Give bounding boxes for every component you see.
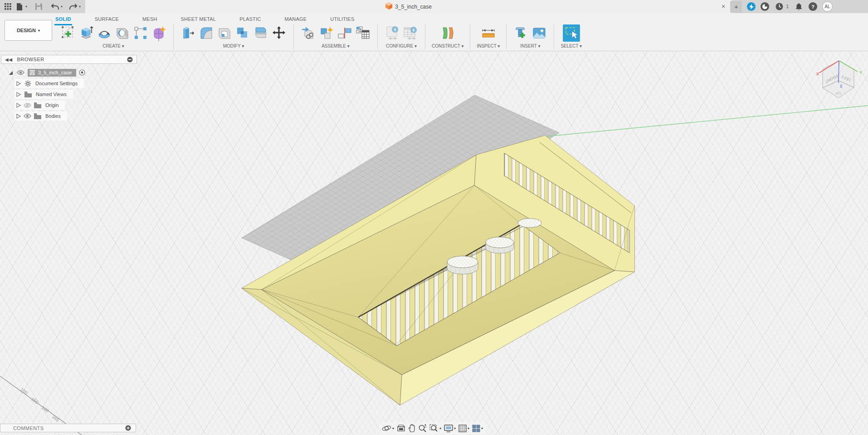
insert-derive-icon[interactable] xyxy=(300,25,317,41)
pan-button[interactable] xyxy=(408,424,415,432)
zoom-button[interactable] xyxy=(418,424,427,432)
grid-settings-caret[interactable]: ▾ xyxy=(468,426,469,430)
grid-settings-button[interactable]: ▾ xyxy=(458,425,469,432)
offset-plane-icon[interactable] xyxy=(439,25,456,41)
expand-arrow-icon[interactable] xyxy=(16,81,21,86)
divider xyxy=(506,24,507,49)
tree-item-label: Origin xyxy=(45,102,59,108)
split-body-icon[interactable] xyxy=(253,25,269,41)
rectangular-pattern-icon[interactable] xyxy=(132,25,149,41)
folder-icon xyxy=(24,92,32,97)
workspace-caret: ▾ xyxy=(38,29,40,33)
svg-text:TOP: TOP xyxy=(835,92,842,95)
tree-root-row[interactable]: 3_5_inch_case xyxy=(1,68,137,77)
extensions-icon[interactable] xyxy=(747,2,756,11)
avatar[interactable]: AL xyxy=(822,1,833,12)
tree-item-bodies[interactable]: Bodies xyxy=(1,111,137,121)
root-component-chip[interactable]: 3_5_inch_case xyxy=(28,69,76,77)
viewports-caret[interactable]: ▾ xyxy=(481,426,483,430)
select-icon[interactable] xyxy=(562,24,580,42)
history-clock-icon[interactable] xyxy=(774,2,784,12)
divider xyxy=(554,24,554,49)
expand-arrow-icon[interactable] xyxy=(16,114,21,119)
comments-label: COMMENTS xyxy=(13,425,44,431)
undo-icon[interactable] xyxy=(50,2,60,12)
file-menu-caret[interactable]: ▾ xyxy=(25,5,27,9)
fillet-icon[interactable] xyxy=(198,25,215,41)
configuration-table-icon[interactable] xyxy=(402,25,419,41)
configuration-icon[interactable] xyxy=(384,25,400,41)
hide-all-icon[interactable] xyxy=(127,57,133,63)
look-at-button[interactable] xyxy=(397,425,405,432)
notifications-bell-icon[interactable] xyxy=(794,2,804,12)
redo-icon[interactable] xyxy=(68,2,78,12)
tree-item-origin[interactable]: Origin xyxy=(1,101,137,110)
new-tab-button[interactable]: + xyxy=(730,1,742,13)
divider xyxy=(470,24,470,49)
expand-arrow-icon[interactable] xyxy=(16,103,21,108)
redo-caret[interactable]: ▾ xyxy=(79,5,81,9)
group-label-inspect[interactable]: INSPECT ▾ xyxy=(477,44,500,48)
activate-radio-icon[interactable] xyxy=(79,69,85,76)
group-label-select[interactable]: SELECT ▾ xyxy=(561,44,582,48)
divider xyxy=(377,24,378,49)
press-pull-icon[interactable] xyxy=(180,25,196,41)
group-label-assemble[interactable]: ASSEMBLE ▾ xyxy=(322,44,350,48)
fit-caret[interactable]: ▾ xyxy=(439,426,441,430)
orbit-caret[interactable]: ▾ xyxy=(392,426,394,430)
undo-caret[interactable]: ▾ xyxy=(61,5,63,9)
combine-icon[interactable] xyxy=(234,25,251,41)
tree-item-document-settings[interactable]: Document Settings xyxy=(1,79,137,88)
add-comment-icon[interactable] xyxy=(125,425,131,431)
job-status-icon[interactable] xyxy=(761,2,769,11)
history-badge: 1 xyxy=(786,4,789,9)
app-grid-icon[interactable] xyxy=(3,2,13,12)
document-tab[interactable]: 3_5_inch_case × xyxy=(85,0,732,13)
document-cube-icon xyxy=(385,2,392,11)
measure-icon[interactable] xyxy=(480,25,497,41)
close-tab-icon[interactable]: × xyxy=(719,2,727,10)
create-sketch-icon[interactable] xyxy=(60,25,76,41)
browser-tree: 3_5_inch_case Document Settings Named Vi… xyxy=(1,68,137,121)
hole-icon[interactable] xyxy=(114,25,131,41)
move-copy-icon[interactable] xyxy=(271,25,287,41)
collapse-panel-icon[interactable]: ◀◀ xyxy=(5,57,12,62)
file-menu-icon[interactable] xyxy=(15,2,24,12)
extrude-icon[interactable] xyxy=(78,25,94,41)
folder-icon xyxy=(34,102,41,108)
3d-viewport[interactable]: 150 155 160 165 FRONT LEFT TOP X Y Z xyxy=(0,51,868,435)
shell-icon[interactable] xyxy=(216,25,233,41)
group-label-construct[interactable]: CONSTRUCT ▾ xyxy=(432,44,463,48)
canvas-icon[interactable] xyxy=(531,25,547,41)
workspace-selector[interactable]: DESIGN ▾ xyxy=(5,20,52,41)
comments-bar[interactable]: COMMENTS xyxy=(0,424,136,432)
group-label-create[interactable]: CREATE ▾ xyxy=(102,44,124,48)
visibility-eye-icon[interactable] xyxy=(24,113,31,119)
view-cube[interactable]: FRONT LEFT TOP X Y Z xyxy=(814,55,868,109)
group-label-insert[interactable]: INSERT ▾ xyxy=(520,44,540,48)
group-label-modify[interactable]: MODIFY ▾ xyxy=(223,44,244,48)
collapse-arrow-icon[interactable] xyxy=(8,70,13,75)
visibility-eye-icon[interactable] xyxy=(17,70,24,75)
fit-button[interactable]: ▾ xyxy=(429,424,441,432)
application-bar: ▾ ▾ ▾ 3_5_inch_case × + 1 xyxy=(0,0,868,13)
expand-arrow-icon[interactable] xyxy=(16,92,21,97)
display-settings-caret[interactable]: ▾ xyxy=(454,426,456,430)
visibility-off-eye-icon[interactable] xyxy=(24,102,31,108)
new-component-icon[interactable] xyxy=(318,25,335,41)
bom-table-icon[interactable] xyxy=(355,25,371,41)
orbit-button[interactable]: ▾ xyxy=(382,424,394,432)
tree-item-named-views[interactable]: Named Views xyxy=(1,90,137,99)
display-settings-button[interactable]: ▾ xyxy=(444,425,456,432)
insert-fastener-icon[interactable] xyxy=(513,25,529,41)
group-label-configure[interactable]: CONFIGURE ▾ xyxy=(386,44,417,48)
help-icon[interactable]: ? xyxy=(809,2,817,11)
y-axis-line xyxy=(546,106,868,136)
group-create: CREATE ▾ xyxy=(54,23,172,50)
viewports-button[interactable]: ▾ xyxy=(472,425,483,432)
revolve-icon[interactable] xyxy=(96,25,112,41)
joint-icon[interactable] xyxy=(336,25,353,41)
create-form-icon[interactable] xyxy=(151,25,167,41)
save-icon[interactable] xyxy=(34,2,44,12)
browser-header[interactable]: ◀◀ BROWSER xyxy=(1,55,137,64)
